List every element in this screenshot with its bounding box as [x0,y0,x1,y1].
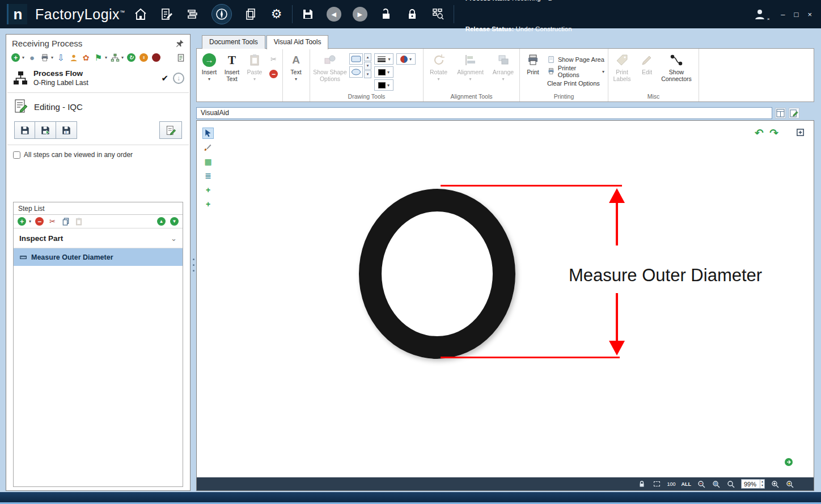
expand-icon[interactable] [796,128,805,139]
release-icon[interactable]: ↻ [126,53,136,62]
zoom-out-icon[interactable] [697,480,706,489]
format-brush-icon[interactable] [202,142,214,153]
cut-step-icon[interactable]: ✂ [48,217,57,226]
step-group-row[interactable]: Inspect Part ⌄ [14,228,183,248]
print-button[interactable]: Print [522,51,544,75]
edit-form-button[interactable] [159,121,182,139]
hold-icon[interactable]: ‖ [139,53,149,62]
align-tool-icon[interactable]: ≣ [202,170,214,181]
show-connectors-button[interactable]: Show Connectors [660,51,693,82]
insert-text-button[interactable]: T Insert Text [221,51,243,82]
tree-dropdown-icon[interactable]: ▾ [121,55,124,60]
maximize-button[interactable]: □ [794,10,799,19]
zoom-spin-up-icon[interactable]: ▴ [760,480,764,484]
forward-icon[interactable]: ▶ [353,7,367,22]
alignment-button[interactable]: Alignment ▾ [456,51,485,82]
design-canvas[interactable]: ▦ ≣ + + ↶ ↷ Measure Outer Diameter 100 A… [196,120,814,491]
save-template-button[interactable]: T [56,121,77,139]
process-flow-row[interactable]: Process Flow O-Ring Label Last ✔ ↓ [6,66,190,92]
gallery-up-button[interactable]: ▴ [364,53,371,61]
process-search-icon[interactable] [431,7,446,22]
tab-document-tools[interactable]: Document Tools [202,35,265,49]
library-icon[interactable] [185,7,200,22]
operator-icon[interactable] [69,53,78,62]
compass-navigation-icon[interactable] [211,4,232,24]
delete-icon[interactable]: − [269,69,278,79]
ellipse-shape-button[interactable] [349,66,363,78]
step-row-measure-outer-diameter[interactable]: Measure Outer Diameter [14,248,183,266]
line-color-picker[interactable]: ▾ [374,66,393,78]
zoom-page-icon[interactable] [726,480,735,489]
zoom-in-icon[interactable] [771,480,780,489]
gallery-more-button[interactable]: ▾ [364,70,371,78]
shape-color-picker[interactable]: ▾ [396,53,416,65]
zoom-spin-down-icon[interactable]: ▾ [760,484,764,488]
add-shape-tool-icon[interactable]: + [202,184,214,196]
forms-icon[interactable] [159,7,174,22]
save-icon[interactable] [301,7,315,22]
flag-dropdown-icon[interactable]: ▾ [105,55,107,60]
print-labels-button[interactable]: Print Labels [610,51,634,82]
lock-zoom-icon[interactable] [637,480,646,489]
cut-icon[interactable]: ✂ [269,54,278,64]
move-step-down-icon[interactable]: ▼ [170,217,179,226]
add-dropdown-icon[interactable]: ▾ [22,55,24,60]
undo-icon[interactable]: ↶ [755,126,764,139]
fit-view-icon[interactable] [784,458,793,469]
lock-icon[interactable] [405,7,420,22]
properties-grid-icon[interactable] [775,108,786,118]
pin-icon[interactable] [175,39,184,48]
text-button[interactable]: A Text ▾ [285,51,307,82]
visualaid-name-field[interactable]: VisualAid [196,107,772,119]
selection-zoom-icon[interactable] [652,480,661,489]
save-publish-button[interactable] [35,121,56,139]
edit-button[interactable]: Edit [637,51,657,75]
show-page-area-button[interactable]: Show Page Area [545,54,606,65]
select-tool-icon[interactable] [202,128,214,139]
documents-icon[interactable] [243,7,258,22]
import-icon[interactable]: ⇩ [56,53,66,62]
globe-icon[interactable]: ● [27,53,37,62]
chevron-down-icon[interactable]: ⌄ [171,234,177,243]
zoom-100-button[interactable]: 100 [667,481,675,487]
rectangle-shape-button[interactable] [349,53,363,65]
clear-print-options-button[interactable]: Clear Print Options [545,78,606,88]
home-icon[interactable] [133,7,148,22]
collapse-circle-icon[interactable]: ↓ [173,73,184,84]
print-icon[interactable] [40,53,49,62]
gallery-down-button[interactable]: ▾ [364,62,371,70]
remove-step-icon[interactable]: − [35,217,44,226]
edit-visualaid-icon[interactable] [789,108,799,118]
paste-button[interactable]: Paste ▾ [244,51,265,82]
line-style-picker[interactable]: ▾ [374,53,393,65]
save-button[interactable] [14,121,35,139]
insert-button[interactable]: → Insert ▾ [198,51,220,82]
zoom-fit-icon[interactable] [785,480,794,489]
flag-icon[interactable]: ⚑ [94,53,103,62]
user-icon[interactable]: × [752,7,767,22]
add-step-dropdown-icon[interactable]: ▾ [29,219,31,224]
add-connector-tool-icon[interactable]: + [202,198,214,210]
zoom-region-icon[interactable] [712,480,721,489]
stop-icon[interactable]: ● [151,53,161,62]
fill-color-picker[interactable]: ▾ [374,79,393,91]
arrange-button[interactable]: Arrange ▾ [490,51,517,82]
show-shape-options-button[interactable]: Show Shape Options [312,51,348,82]
zoom-all-button[interactable]: ALL [682,481,692,487]
order-checkbox[interactable] [13,151,20,159]
move-step-up-icon[interactable]: ▲ [156,217,166,226]
notes-icon[interactable] [176,53,185,62]
options-flower-icon[interactable]: ✿ [81,53,91,62]
paste-step-icon[interactable] [74,217,83,226]
back-icon[interactable]: ◀ [327,7,341,22]
zoom-level-spinner[interactable]: 99% ▴ ▾ [741,479,765,489]
copy-step-icon[interactable] [61,217,70,226]
print-dropdown-icon[interactable]: ▾ [51,55,53,60]
redo-icon[interactable]: ↷ [769,126,778,139]
rotate-button[interactable]: Rotate ▾ [426,51,451,82]
printer-options-button[interactable]: Printer Options ▾ [545,66,606,77]
add-step-icon[interactable]: + [17,217,27,226]
grid-tool-icon[interactable]: ▦ [202,156,214,167]
close-button[interactable]: × [807,10,812,19]
tab-visual-aid-tools[interactable]: Visual Aid Tools [266,35,329,49]
